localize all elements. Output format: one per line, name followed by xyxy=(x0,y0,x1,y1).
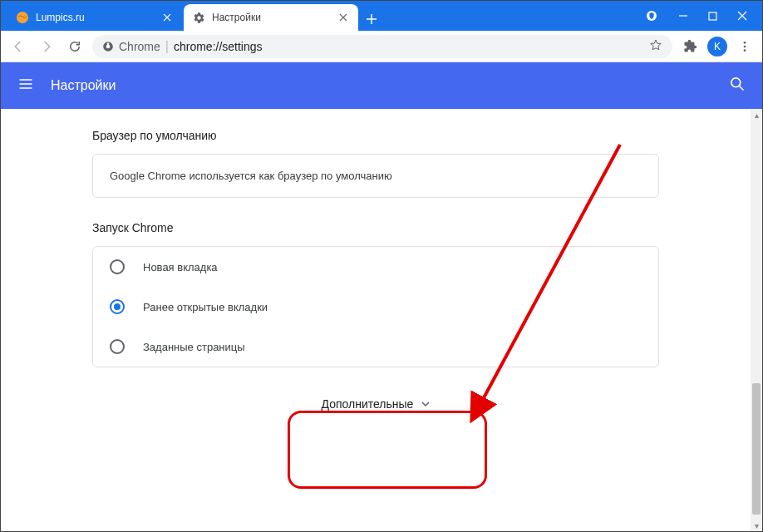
startup-option-new-tab[interactable]: Новая вкладка xyxy=(93,247,658,287)
extensions-icon[interactable] xyxy=(679,36,701,57)
startup-option-specific[interactable]: Заданные страницы xyxy=(93,327,658,367)
settings-content: Браузер по умолчанию Google Chrome испол… xyxy=(1,109,751,531)
close-icon[interactable] xyxy=(337,11,350,24)
startup-option-continue[interactable]: Ранее открытые вкладки xyxy=(93,287,658,327)
advanced-toggle[interactable]: Дополнительные xyxy=(315,391,437,417)
section-title-default-browser: Браузер по умолчанию xyxy=(92,129,659,142)
back-button[interactable] xyxy=(7,36,29,57)
user-avatar[interactable]: K xyxy=(707,37,727,57)
chevron-down-icon xyxy=(421,401,430,406)
reload-button[interactable] xyxy=(64,36,86,57)
svg-point-8 xyxy=(744,49,746,52)
section-title-startup: Запуск Chrome xyxy=(92,221,659,234)
menu-icon[interactable] xyxy=(734,36,756,57)
window-controls xyxy=(630,9,762,22)
address-bar[interactable]: Chrome | chrome://settings xyxy=(92,35,672,58)
new-tab-button[interactable] xyxy=(360,7,383,31)
forward-button[interactable] xyxy=(36,36,57,57)
divider: | xyxy=(165,39,169,54)
hamburger-icon[interactable] xyxy=(17,76,34,96)
radio-label: Ранее открытые вкладки xyxy=(143,301,268,313)
radio-icon xyxy=(110,259,125,274)
secure-label: Chrome xyxy=(119,40,160,53)
settings-header: Настройки xyxy=(1,62,762,109)
search-icon[interactable] xyxy=(729,76,746,96)
tab-title: Lumpics.ru xyxy=(36,12,160,23)
startup-card: Новая вкладка Ранее открытые вкладки Зад… xyxy=(92,246,659,367)
browser-toolbar: Chrome | chrome://settings K xyxy=(1,31,762,62)
radio-label: Заданные страницы xyxy=(143,341,245,353)
scroll-thumb[interactable] xyxy=(752,383,761,515)
close-icon[interactable] xyxy=(160,11,174,24)
page-title: Настройки xyxy=(51,78,116,93)
favicon-lumpics xyxy=(16,11,29,24)
tab-title: Настройки xyxy=(212,12,337,23)
site-info[interactable]: Chrome xyxy=(102,40,160,53)
svg-point-0 xyxy=(17,12,28,23)
tab-settings[interactable]: Настройки xyxy=(184,4,358,31)
default-browser-card: Google Chrome используется как браузер п… xyxy=(92,154,659,198)
advanced-label: Дополнительные xyxy=(322,397,414,411)
titlebar: Lumpics.ru Настройки xyxy=(1,1,762,31)
radio-icon xyxy=(110,339,125,354)
bookmark-icon[interactable] xyxy=(649,38,662,55)
tabs-container: Lumpics.ru Настройки xyxy=(1,1,630,31)
scroll-up-icon[interactable]: ▴ xyxy=(751,109,762,121)
maximize-button[interactable] xyxy=(708,12,717,21)
radio-label: Новая вкладка xyxy=(143,261,218,273)
svg-point-9 xyxy=(731,78,741,87)
svg-rect-2 xyxy=(709,12,716,20)
svg-point-7 xyxy=(744,45,746,47)
url-text: chrome://settings xyxy=(174,40,263,53)
scrollbar[interactable]: ▴ ▾ xyxy=(751,109,762,531)
radio-icon xyxy=(110,299,125,314)
svg-point-6 xyxy=(744,42,746,44)
tab-lumpics[interactable]: Lumpics.ru xyxy=(7,4,182,31)
gear-icon xyxy=(192,11,205,24)
default-browser-text: Google Chrome используется как браузер п… xyxy=(93,155,658,197)
close-window-button[interactable] xyxy=(737,11,747,21)
shield-icon[interactable] xyxy=(645,9,658,22)
scroll-down-icon[interactable]: ▾ xyxy=(751,520,762,531)
minimize-button[interactable] xyxy=(678,11,688,21)
